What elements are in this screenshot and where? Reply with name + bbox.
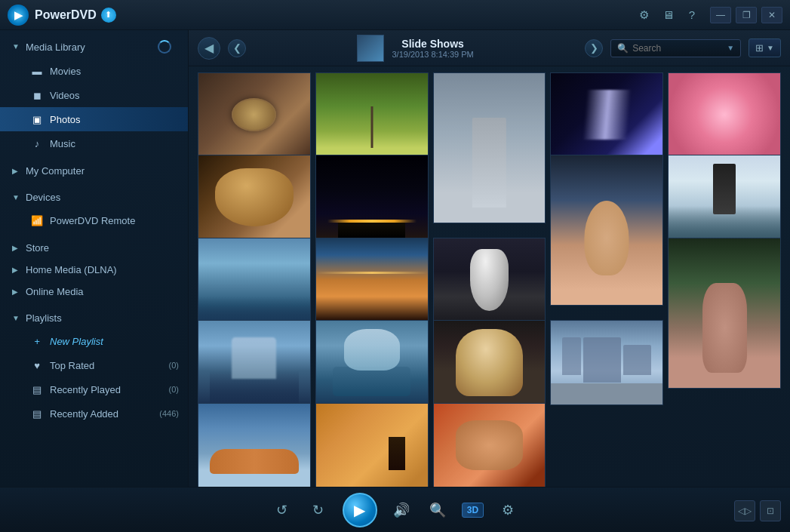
chevron-right-icon: ▶ — [12, 244, 21, 253]
search-box: 🔍 ▼ — [610, 39, 741, 57]
photo-item[interactable] — [433, 403, 546, 487]
pip-icon: ⊡ — [767, 506, 774, 516]
sidebar-item-label: Recently Added — [50, 408, 156, 420]
nav-prev-next: ❮ — [228, 39, 246, 57]
top-rated-count: (0) — [169, 361, 179, 370]
chevron-down-icon: ▼ — [12, 193, 21, 202]
photo-item[interactable] — [198, 238, 311, 322]
photo-item[interactable] — [315, 72, 429, 157]
sidebar-item-new-playlist[interactable]: + New Playlist — [0, 329, 188, 353]
window-controls: — ❐ ✕ — [710, 7, 782, 23]
sidebar-item-top-rated[interactable]: ♥ Top Rated (0) — [0, 353, 188, 377]
back-button[interactable]: ◀ — [198, 37, 220, 60]
section-media-library: ▼ Media Library ▬ Movies ◼ Videos ▣ Phot… — [0, 30, 188, 160]
photos-icon: ▣ — [30, 112, 44, 126]
sidebar-item-label: Store — [26, 242, 179, 254]
photo-item[interactable] — [198, 320, 311, 404]
photo-item[interactable] — [433, 238, 546, 322]
section-playlists: ▼ Playlists + New Playlist ♥ Top Rated (… — [0, 303, 188, 430]
photo-item[interactable] — [550, 72, 663, 157]
slideshow-title: Slide Shows — [392, 38, 473, 50]
update-icon[interactable]: ⬆ — [101, 8, 116, 23]
list2-icon: ▤ — [30, 407, 44, 420]
sidebar-item-label: Devices — [26, 192, 179, 203]
settings-button[interactable]: ⚙ — [496, 498, 520, 522]
photo-item[interactable] — [550, 155, 663, 306]
app-name: PowerDVD — [35, 8, 97, 22]
sidebar-item-label: Top Rated — [50, 360, 166, 371]
photo-item[interactable] — [315, 155, 429, 239]
settings-gear-icon: ⚙ — [502, 502, 514, 518]
search-input[interactable] — [632, 43, 723, 54]
volume-button[interactable]: 🔊 — [389, 498, 413, 522]
app-logo: ▶ — [8, 5, 29, 26]
close-button[interactable]: ✕ — [761, 7, 782, 23]
photo-item[interactable] — [315, 403, 429, 487]
sidebar-item-music[interactable]: ♪ Music — [0, 131, 188, 155]
settings-icon[interactable]: ⚙ — [635, 6, 653, 24]
photo-item[interactable] — [198, 72, 311, 157]
photo-item[interactable] — [198, 155, 311, 239]
slideshow-date: 3/19/2013 8:14:39 PM — [392, 50, 473, 59]
photo-item[interactable] — [198, 403, 311, 487]
sidebar-item-media-library[interactable]: ▼ Media Library — [0, 35, 188, 59]
expand-icon: ◁▷ — [738, 506, 752, 516]
section-devices: ▼ Devices 📶 PowerDVD Remote — [0, 182, 188, 237]
prev-button[interactable]: ❮ — [228, 39, 246, 57]
zoom-button[interactable]: 🔍 — [426, 498, 450, 522]
photo-item[interactable] — [315, 238, 429, 322]
threed-button[interactable]: 3D — [462, 503, 484, 518]
sidebar-item-powerdvd-remote[interactable]: 📶 PowerDVD Remote — [0, 208, 188, 232]
sidebar-item-label: Media Library — [26, 42, 158, 53]
chevron-right-icon: ▶ — [12, 288, 21, 297]
bottom-bar: ↺ ↻ ▶ 🔊 🔍 3D ⚙ ◁▷ ⊡ — [0, 487, 790, 532]
monitor-icon[interactable]: 🖥 — [659, 6, 677, 24]
help-icon[interactable]: ? — [683, 6, 701, 24]
sidebar-item-label: PowerDVD Remote — [50, 215, 179, 226]
sidebar-item-label: Playlists — [26, 312, 179, 324]
add-icon: + — [30, 334, 44, 348]
photo-item[interactable] — [315, 320, 429, 404]
rewind-button[interactable]: ↺ — [270, 498, 294, 522]
next-icon: ❯ — [590, 42, 598, 54]
slideshow-info: Slide Shows 3/19/2013 8:14:39 PM — [254, 35, 577, 62]
movies-icon: ▬ — [30, 64, 44, 78]
sidebar-item-store[interactable]: ▶ Store — [0, 237, 188, 259]
photo-item[interactable] — [668, 238, 781, 389]
sidebar-item-label: Videos — [50, 90, 179, 101]
grid-view-icon: ⊞ — [755, 42, 764, 54]
logo-icon: ▶ — [14, 9, 23, 21]
pip-button[interactable]: ⊡ — [760, 500, 781, 521]
restore-button[interactable]: ❐ — [736, 7, 757, 23]
next-button[interactable]: ❯ — [585, 39, 603, 57]
play-button[interactable]: ▶ — [343, 493, 377, 527]
sidebar-item-playlists[interactable]: ▼ Playlists — [0, 307, 188, 329]
slideshow-title-block: Slide Shows 3/19/2013 8:14:39 PM — [392, 38, 473, 59]
photo-item[interactable] — [433, 320, 546, 404]
remote-icon: 📶 — [30, 214, 44, 227]
sidebar-item-devices[interactable]: ▼ Devices — [0, 186, 188, 208]
chevron-down-icon: ▼ — [12, 42, 21, 51]
minimize-button[interactable]: — — [710, 7, 731, 23]
sidebar-item-recently-played[interactable]: ▤ Recently Played (0) — [0, 377, 188, 401]
sidebar-item-label: Movies — [50, 66, 179, 77]
rewind-icon: ↺ — [276, 502, 287, 518]
search-dropdown-icon[interactable]: ▼ — [727, 44, 734, 52]
photo-item[interactable] — [668, 72, 781, 157]
sidebar-item-online-media[interactable]: ▶ Online Media — [0, 281, 188, 303]
sidebar-item-my-computer[interactable]: ▶ My Computer — [0, 160, 188, 182]
sidebar-item-videos[interactable]: ◼ Videos — [0, 83, 188, 107]
sidebar-item-home-media[interactable]: ▶ Home Media (DLNA) — [0, 259, 188, 281]
sidebar-item-recently-added[interactable]: ▤ Recently Added (446) — [0, 401, 188, 426]
search-icon: 🔍 — [617, 43, 629, 54]
photo-item[interactable] — [433, 72, 546, 223]
expand-button[interactable]: ◁▷ — [734, 500, 755, 521]
photo-item[interactable] — [668, 155, 781, 239]
sidebar-item-photos[interactable]: ▣ Photos — [0, 107, 188, 131]
forward-button[interactable]: ↻ — [306, 498, 330, 522]
sidebar-item-movies[interactable]: ▬ Movies — [0, 59, 188, 83]
photo-item[interactable] — [550, 320, 663, 404]
view-toggle-button[interactable]: ⊞ ▼ — [749, 38, 781, 57]
thumb-image — [358, 35, 383, 61]
sidebar: ▼ Media Library ▬ Movies ◼ Videos ▣ Phot… — [0, 30, 189, 487]
